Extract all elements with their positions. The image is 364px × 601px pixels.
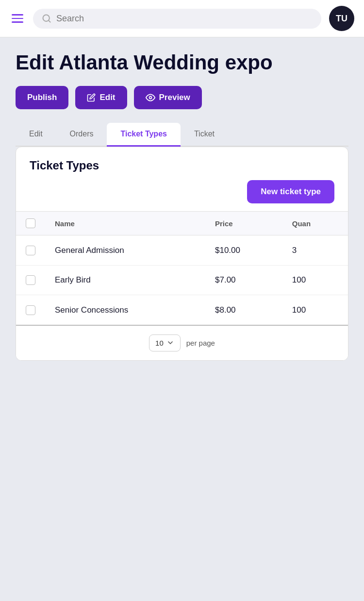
ticket-price-3: $8.00 <box>205 295 282 325</box>
preview-button[interactable]: Preview <box>134 86 202 109</box>
page-content: Edit Atlanta Wedding expo Publish Edit P… <box>0 37 364 361</box>
ticket-name-2: Early Bird <box>45 265 205 295</box>
top-nav: TU <box>0 0 364 37</box>
tab-ticket-types[interactable]: Ticket Types <box>107 123 180 147</box>
per-page-value: 10 <box>155 339 164 347</box>
per-page-select[interactable]: 10 <box>149 334 181 351</box>
tabs-container: Edit Orders Ticket Types Ticket <box>16 123 348 147</box>
per-page-label: per page <box>186 339 215 347</box>
svg-point-2 <box>149 97 151 99</box>
col-header-quantity: Quan <box>282 212 348 235</box>
new-ticket-type-button[interactable]: New ticket type <box>247 180 334 203</box>
eye-icon <box>146 93 155 102</box>
tab-ticket-extra[interactable]: Ticket <box>181 123 228 147</box>
ticket-price-2: $7.00 <box>205 265 282 295</box>
ticket-qty-3: 100 <box>282 295 348 325</box>
ticket-qty-1: 3 <box>282 235 348 266</box>
avatar: TU <box>329 6 354 31</box>
search-bar[interactable] <box>33 9 321 29</box>
pagination-row: 10 per page <box>16 325 348 360</box>
ticket-types-table: Name Price Quan General Admission $10.00… <box>16 211 348 325</box>
search-icon <box>42 14 51 23</box>
row-checkbox-1[interactable] <box>26 246 35 255</box>
ticket-qty-2: 100 <box>282 265 348 295</box>
row-checkbox-2[interactable] <box>26 275 35 285</box>
col-header-price: Price <box>205 212 282 235</box>
table-header-row: Name Price Quan <box>16 212 348 235</box>
action-buttons: Publish Edit Preview <box>16 86 348 109</box>
svg-line-1 <box>49 20 50 22</box>
card-header: Ticket Types New ticket type <box>16 147 348 211</box>
row-checkbox-3[interactable] <box>26 305 35 315</box>
edit-button[interactable]: Edit <box>75 86 127 109</box>
tab-orders[interactable]: Orders <box>56 123 107 147</box>
ticket-name-1: General Admission <box>45 235 205 266</box>
ticket-name-3: Senior Concessions <box>45 295 205 325</box>
ticket-types-card: Ticket Types New ticket type Name Price … <box>16 147 348 361</box>
table-row: Senior Concessions $8.00 100 <box>16 295 348 325</box>
ticket-price-1: $10.00 <box>205 235 282 266</box>
hamburger-menu-icon[interactable] <box>10 12 25 25</box>
table-row: Early Bird $7.00 100 <box>16 265 348 295</box>
tab-edit[interactable]: Edit <box>16 123 56 147</box>
publish-button[interactable]: Publish <box>16 86 68 109</box>
chevron-down-icon <box>166 339 174 347</box>
search-input[interactable] <box>56 14 313 24</box>
col-header-name: Name <box>45 212 205 235</box>
table-row: General Admission $10.00 3 <box>16 235 348 266</box>
ticket-types-title: Ticket Types <box>30 159 334 172</box>
page-title: Edit Atlanta Wedding expo <box>16 51 348 74</box>
select-all-checkbox[interactable] <box>26 218 35 228</box>
pencil-icon <box>87 93 96 102</box>
